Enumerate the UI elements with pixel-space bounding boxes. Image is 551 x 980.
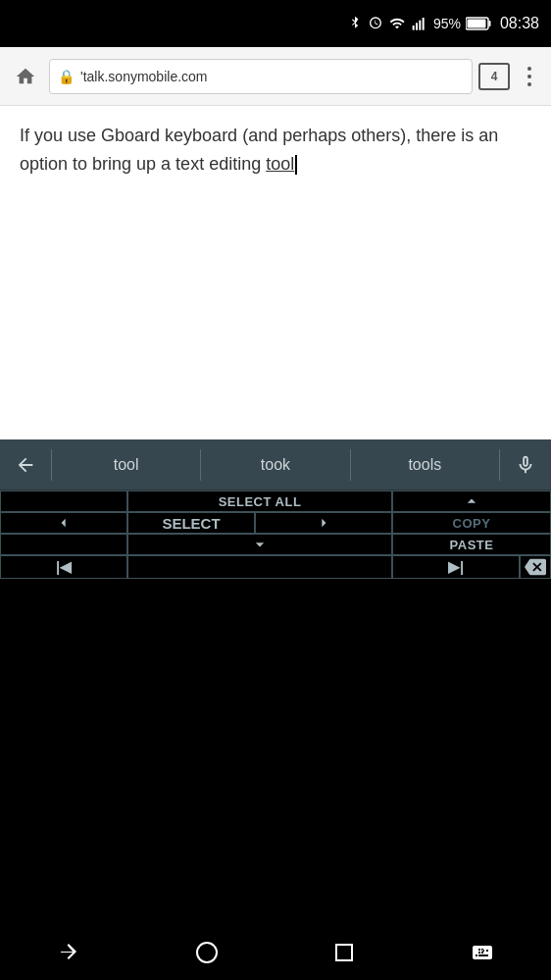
backspace-button[interactable] [520, 555, 551, 579]
suggestion-back-button[interactable] [0, 439, 51, 490]
address-bar[interactable]: 🔒 'talk.sonymobile.com [49, 59, 473, 94]
microphone-button[interactable] [500, 439, 551, 490]
status-icons: 95% 08:38 [347, 15, 539, 32]
android-back-button[interactable] [45, 929, 92, 976]
home-button[interactable] [8, 59, 43, 94]
paste-button[interactable]: PASTE [392, 534, 551, 555]
jump-start-button[interactable]: |◀ [0, 555, 127, 579]
alarm-icon [368, 16, 383, 31]
link-text[interactable]: tool [266, 154, 294, 174]
toolbar-row-3: PASTE [0, 534, 551, 555]
web-text: If you use Gboard keyboard (and perhaps … [20, 122, 531, 179]
android-recents-button[interactable] [321, 929, 368, 976]
battery-percentage: 95% [433, 16, 461, 31]
keyboard-button[interactable] [459, 929, 506, 976]
status-time: 08:38 [500, 15, 539, 32]
spacer-bottom-mid [127, 555, 392, 579]
svg-rect-5 [488, 21, 490, 26]
suggestion-bar: tool took tools [0, 439, 551, 490]
status-bar: 95% 08:38 [0, 0, 551, 47]
menu-dot-2 [527, 75, 531, 78]
copy-button[interactable]: COPY [392, 512, 551, 534]
menu-dot-1 [527, 67, 531, 71]
android-nav-bar [0, 925, 551, 980]
bluetooth-icon [347, 16, 363, 31]
tab-count-button[interactable]: 4 [478, 63, 510, 90]
svg-rect-8 [336, 945, 352, 960]
browser-menu-button[interactable] [516, 59, 543, 94]
text-cursor [295, 155, 297, 175]
svg-point-7 [197, 943, 217, 962]
suggestion-word-1[interactable]: tool [52, 439, 200, 490]
svg-rect-2 [419, 21, 421, 30]
browser-chrome: 🔒 'talk.sonymobile.com 4 [0, 47, 551, 106]
svg-rect-3 [423, 18, 425, 30]
toolbar-row-1: SELECT ALL [0, 490, 551, 512]
ssl-lock-icon: 🔒 [58, 69, 75, 84]
svg-rect-1 [416, 23, 418, 29]
suggestion-word-2[interactable]: took [201, 439, 349, 490]
select-button[interactable]: SELECT [127, 512, 255, 534]
menu-dot-3 [527, 82, 531, 86]
spacer-bottom-left [0, 534, 127, 555]
url-text: 'talk.sonymobile.com [80, 69, 208, 84]
toolbar-row-2: SELECT COPY [0, 512, 551, 534]
spacer-top-left [0, 490, 127, 512]
right-arrow-button[interactable] [255, 512, 392, 534]
down-arrow-button[interactable] [127, 534, 392, 555]
svg-rect-6 [467, 20, 485, 28]
toolbar-row-4: |◀ ▶| [0, 555, 551, 579]
android-home-button[interactable] [183, 929, 230, 976]
wifi-icon [388, 16, 406, 31]
signal-icon [411, 16, 428, 31]
jump-end-button[interactable]: ▶| [392, 555, 520, 579]
left-arrow-button[interactable] [0, 512, 127, 534]
battery-icon [466, 17, 491, 30]
svg-rect-0 [413, 26, 415, 30]
suggestion-word-3[interactable]: tools [351, 439, 499, 490]
web-content-area: If you use Gboard keyboard (and perhaps … [0, 106, 551, 439]
select-all-button[interactable]: SELECT ALL [127, 490, 392, 512]
up-arrow-button[interactable] [392, 490, 551, 512]
